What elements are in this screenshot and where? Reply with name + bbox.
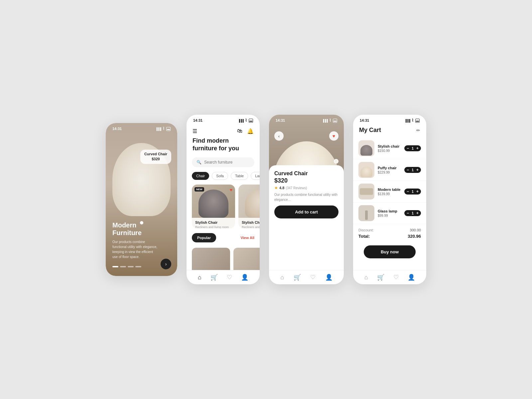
tab-lamp[interactable]: Lamp — [251, 172, 260, 180]
view-all-link[interactable]: View All — [240, 236, 254, 240]
card-info-1: Stylish Chair Recliners and living room … — [192, 218, 235, 229]
battery-icon-3 — [333, 118, 337, 122]
price-tag-name: Curved Chair — [144, 152, 167, 157]
cart-item-1: Stylish chair $150.99 − 1 + — [353, 138, 426, 159]
battery-icon-1 — [166, 127, 171, 131]
buy-btn-container: Buy now — [353, 245, 426, 262]
signal-icon-3 — [322, 118, 328, 122]
browse-screen: 14:31 ☰ 🛍 🔔 Find modernfurniture for you… — [187, 115, 260, 284]
edit-icon[interactable]: ✏ — [416, 128, 420, 133]
bell-icon[interactable]: 🔔 — [247, 128, 254, 134]
hero-text: Find modernfurniture for you — [187, 137, 260, 157]
nav-home-4[interactable]: ⌂ — [364, 274, 368, 281]
second-row-products — [187, 246, 260, 270]
total-value: 320.96 — [408, 234, 421, 239]
mini-card-1 — [192, 248, 230, 270]
product-card-1: ♥ NEW Stylish Chair Recliners and living… — [192, 185, 235, 229]
status-bar-3: 14:31 — [269, 115, 344, 124]
buy-now-button[interactable]: Buy now — [364, 245, 416, 258]
nav-wishlist-4[interactable]: ♡ — [393, 274, 399, 281]
status-icons-2 — [238, 118, 253, 123]
nav-cart-4[interactable]: 🛒 — [377, 274, 384, 281]
dot-2 — [120, 266, 126, 267]
cart-summary: Discount: 300.00 Total: 320.96 — [353, 224, 426, 245]
search-input[interactable] — [204, 160, 254, 165]
status-bar-2: 14:31 — [187, 115, 260, 124]
nav-home-3[interactable]: ⌂ — [280, 274, 284, 281]
menu-icon[interactable]: ☰ — [193, 128, 197, 134]
cart-item-3: Modern table $139.99 − 1 + — [353, 181, 426, 202]
status-icons-3 — [322, 118, 337, 123]
nav-profile-3[interactable]: 👤 — [325, 274, 332, 281]
nav-wishlist-2[interactable]: ♡ — [227, 274, 232, 281]
cart-item-2: Puffy chair $229.99 − 1 + — [353, 159, 426, 181]
price-tag-price: $320 — [144, 157, 167, 162]
chair-image-2 — [245, 190, 260, 218]
review-count: (347 Reviews) — [286, 186, 307, 190]
status-bar-4: 14:31 — [353, 115, 426, 124]
add-to-cart-button[interactable]: Add to cart — [274, 205, 338, 218]
discount-label: Discount: — [358, 228, 374, 232]
qty-minus-1[interactable]: − — [407, 146, 409, 150]
status-bar-1: 14:31 — [106, 123, 177, 132]
cart-item-name-3: Modern table — [378, 188, 401, 192]
battery-icon-4 — [415, 118, 420, 122]
new-badge-1: NEW — [195, 187, 204, 192]
splash-description: Our products combine functional utility … — [112, 239, 159, 259]
tab-chair[interactable]: Chair — [192, 172, 209, 180]
qty-control-2: − 1 + — [404, 167, 421, 173]
qty-control-4: − 1 + — [404, 210, 421, 216]
qty-plus-3[interactable]: + — [416, 190, 419, 194]
cart-item-price-1: $150.99 — [378, 149, 401, 153]
nav-wishlist-3[interactable]: ♡ — [310, 274, 316, 281]
nav-cart-2[interactable]: 🛒 — [210, 274, 218, 281]
thumb-chair-2 — [360, 167, 372, 177]
wifi-icon-4 — [412, 118, 414, 123]
tab-table[interactable]: Table — [231, 172, 248, 180]
cart-item-price-3: $139.99 — [378, 192, 401, 196]
nav-cart-3[interactable]: 🛒 — [294, 274, 301, 281]
qty-plus-1[interactable]: + — [416, 146, 419, 150]
qty-plus-4[interactable]: + — [416, 211, 419, 215]
dot-1 — [112, 266, 118, 267]
cart-screen: 14:31 My Cart ✏ Stylish chair $150.99 − … — [353, 115, 426, 284]
thumb-table-img — [360, 188, 373, 195]
next-button[interactable]: › — [161, 259, 171, 269]
wifi-icon-3 — [329, 118, 331, 123]
cart-thumb-2 — [358, 162, 374, 178]
favorite-button[interactable]: ♥ — [329, 131, 338, 141]
screens-container: 14:31 Curved Chair $320 Modern Furniture… — [92, 101, 440, 298]
nav-home-2[interactable]: ⌂ — [198, 274, 201, 281]
discount-row: Discount: 300.00 — [358, 228, 421, 232]
qty-minus-3[interactable]: − — [407, 190, 409, 194]
cart-item-price-2: $229.99 — [378, 171, 401, 174]
mini-card-img-2 — [233, 248, 260, 270]
heart-icon-1[interactable]: ♥ — [230, 187, 232, 193]
bottom-section: Popular View All — [187, 233, 260, 246]
search-icon: 🔍 — [197, 160, 201, 165]
back-button[interactable]: ‹ — [274, 131, 284, 141]
bag-icon[interactable]: 🛍 — [237, 128, 242, 134]
tab-sofa[interactable]: Sofa — [212, 172, 228, 180]
search-bar[interactable]: 🔍 — [192, 157, 254, 167]
qty-control-1: − 1 + — [404, 145, 421, 151]
detail-panel: Curved Chair $320 ★ 4.8 (347 Reviews) Ou… — [269, 165, 344, 221]
qty-plus-2[interactable]: + — [416, 168, 419, 172]
cart-title: My Cart — [359, 127, 381, 134]
cart-item-info-3: Modern table $139.99 — [378, 188, 401, 196]
popular-button[interactable]: Popular — [192, 233, 216, 242]
status-icons-4 — [405, 118, 420, 123]
nav-profile-2[interactable]: 👤 — [241, 274, 248, 281]
headline-line2: furniture for you — [193, 145, 239, 152]
qty-num-3: 1 — [411, 190, 415, 194]
nav-profile-4[interactable]: 👤 — [408, 274, 415, 281]
product-image-1: ♥ NEW — [192, 185, 235, 218]
qty-minus-2[interactable]: − — [407, 168, 409, 172]
color-beige[interactable] — [334, 159, 338, 164]
qty-minus-4[interactable]: − — [407, 211, 409, 215]
products-scroll: ♥ NEW Stylish Chair Recliners and living… — [187, 185, 260, 233]
splash-bottom-info: Modern Furniture Our products combine fu… — [112, 221, 159, 259]
dots-navigation — [112, 266, 141, 267]
card-name-2: Stylish Chair — [242, 220, 260, 224]
card-name-1: Stylish Chair — [195, 220, 232, 224]
